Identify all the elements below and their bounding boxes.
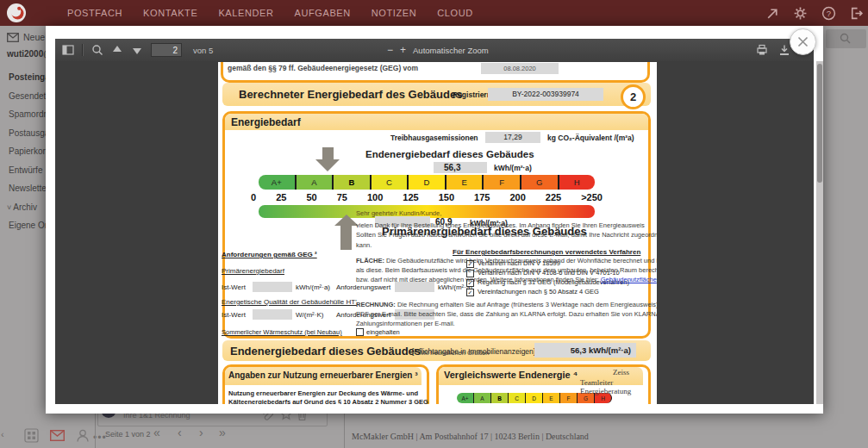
requirements-heading: Anforderungen gemäß GEG ² [222, 251, 317, 258]
letter-line: kann. [356, 241, 372, 249]
print-icon[interactable] [756, 44, 768, 56]
letter-line: bzw. darf nicht mit dieser abgeglichen w… [356, 276, 657, 283]
pdf-scrollbar-thumb[interactable] [817, 64, 822, 183]
gebaeudenutzflaeche-link[interactable]: Gebäudenutzfläche [601, 276, 657, 283]
folder-label: Archiv [13, 202, 37, 212]
compare-scale-segment: A [474, 393, 491, 403]
pdf-scrollbar-track[interactable] [816, 61, 823, 404]
page-first-button[interactable]: « [153, 426, 160, 439]
page-number-input[interactable] [151, 43, 182, 57]
renewables-line2: Kälteenergiebedarfs auf Grund des § 10 A… [228, 398, 428, 404]
unit-kwh-1: kWh/(m²·a) [296, 283, 330, 291]
compare-scale-segment: F [560, 393, 578, 403]
close-icon [790, 29, 815, 54]
letter-line: PDF per E-mail. Bitte beachten Sie, dass… [356, 310, 657, 318]
page-up-icon[interactable] [111, 44, 123, 56]
letter-line: Zahlungsinformationen per E-mail. [356, 320, 455, 327]
scale-tick: 50 [306, 192, 316, 202]
method-heading: Für Energiebedarfsberechnungen verwendet… [453, 248, 640, 256]
scale-tick: 75 [337, 192, 347, 202]
pdf-page: gemäß den §§ 79 ff. Gebäudeenergiegesetz… [218, 62, 657, 404]
gear-icon[interactable] [793, 6, 808, 21]
ghg-unit: kg CO₂-Äquivalent /(m²a) [547, 134, 634, 142]
vodafone-logo-icon[interactable] [6, 3, 27, 23]
letter-signature-title: Teamleiter Energieberatung [580, 378, 657, 395]
nav-item[interactable]: NOTIZEN [372, 8, 416, 18]
collapse-sidebar-icon[interactable]: ‹ [1, 429, 4, 439]
zoom-in-button[interactable]: + [400, 39, 406, 61]
primary-demand-arrow-head [334, 215, 359, 226]
envelope-icon [7, 33, 19, 42]
scale-tick: 100 [367, 192, 383, 202]
zoom-select[interactable]: Automatischer Zoom [413, 46, 489, 55]
end-energy-band-title: Endenergiebedarf dieses Gebäudes [230, 345, 421, 358]
folder-label: Entwürfe [9, 165, 42, 175]
zoom-out-button[interactable]: − [387, 39, 393, 61]
apps-grid-icon[interactable] [24, 428, 39, 443]
summer-protection-label: Sommerlicher Wärmeschutz (bei Neubau) [222, 328, 342, 336]
end-energy-band-value: 56,3 kWh/(m²·a) [534, 343, 636, 358]
scale-tick: 25 [276, 192, 286, 202]
method-item: ✓Vereinfachungen nach § 50 Absatz 4 GEG [466, 288, 647, 297]
mail-tab-icon[interactable] [50, 430, 65, 441]
ist-wert-field-2 [253, 309, 292, 320]
intro-date-field: 08.08.2020 [481, 63, 559, 74]
help-icon[interactable]: ? [821, 6, 836, 21]
download-icon[interactable] [778, 44, 790, 56]
end-demand-arrow-head [315, 159, 340, 171]
logout-icon[interactable] [849, 6, 864, 21]
page-last-button[interactable]: » [219, 426, 226, 439]
energy-efficiency-scale: A+ABCDEFGH [259, 175, 595, 190]
page-count-label: von 5 [193, 46, 213, 55]
certificate-title: Berechneter Energiebedarf des Gebäudes [239, 88, 462, 101]
folder-label: Papierkorb [9, 146, 50, 156]
page-prev-button[interactable]: ‹ [178, 426, 182, 439]
compare-scale-segment: E [543, 393, 560, 403]
nav-item[interactable]: KONTAKTE [143, 8, 197, 18]
toggle-sidebar-icon[interactable] [62, 44, 74, 56]
letter-greeting: Sehr geehrte/r Kundin/Kunde, [356, 209, 441, 217]
close-modal-button[interactable] [790, 28, 816, 55]
pdf-preview-modal: von 5 − + Automatischer Zoom » [46, 26, 823, 414]
unit-w-1: W/(m²·K) [296, 311, 323, 319]
find-in-document-icon[interactable] [91, 44, 103, 56]
compare-title: Vergleichswerte Endenergie ⁴ [444, 370, 578, 380]
scale-tick: 200 [509, 192, 525, 202]
search-input[interactable] [826, 29, 866, 48]
scale-tick-labels: 0255075100125150175200225>250 [251, 192, 603, 202]
main-nav: POSTFACHKONTAKTEKALENDERAUFGABENNOTIZENC… [67, 0, 473, 26]
toolbar-separator [82, 44, 84, 56]
svg-text:?: ? [827, 9, 831, 18]
registration-value-field: BY-2022-003939974 [488, 88, 603, 101]
method-item-label: Vereinfachungen nach § 50 Absatz 4 GEG [478, 288, 599, 296]
primary-demand-label: Primärenergiebedarf [222, 267, 284, 275]
nav-item[interactable]: POSTFACH [67, 8, 122, 18]
compare-scale-segment: C [509, 393, 526, 403]
application-window: POSTFACHKONTAKTEKALENDERAUFGABENNOTIZENC… [0, 0, 868, 448]
end-demand-arrow-icon [322, 147, 334, 160]
anforderungswert-label-1: Anforderungswert [336, 283, 390, 291]
pdf-toolbar: von 5 − + Automatischer Zoom » [55, 39, 814, 62]
scale-tick: >250 [581, 192, 603, 202]
energiebedarf-title: Energiebedarf [231, 116, 301, 128]
chevron-down-icon: ˅ [7, 203, 11, 212]
letter-line: RECHNUNG: Die Rechnung erhalten Sie auf … [356, 301, 657, 308]
contacts-tab-icon[interactable] [76, 428, 90, 443]
page-next-button[interactable]: › [199, 426, 203, 439]
open-in-new-icon[interactable] [765, 6, 780, 21]
scale-segment: A [297, 175, 334, 190]
nav-item[interactable]: KALENDER [218, 8, 273, 18]
end-demand-title: Endenergiebedarf dieses Gebäudes [365, 149, 534, 159]
page-down-icon[interactable] [131, 44, 143, 56]
scale-segment: F [484, 175, 521, 190]
email-footer-address: McMakler GmbH | Am Postbahnhof 17 | 1024… [352, 432, 589, 441]
scale-tick: 0 [251, 192, 256, 202]
scale-tick: 150 [439, 192, 454, 202]
envelope-quality-label: Energetische Qualität der Gebäudehülle H… [222, 298, 357, 306]
end-demand-value: 56,3 [444, 163, 460, 172]
top-navigation-bar: POSTFACHKONTAKTEKALENDERAUFGABENNOTIZENC… [0, 0, 868, 26]
nav-item[interactable]: CLOUD [437, 8, 473, 18]
scale-tick: 225 [546, 192, 561, 202]
nav-item[interactable]: AUFGABEN [294, 8, 350, 18]
compare-scale-segment: D [526, 393, 543, 403]
